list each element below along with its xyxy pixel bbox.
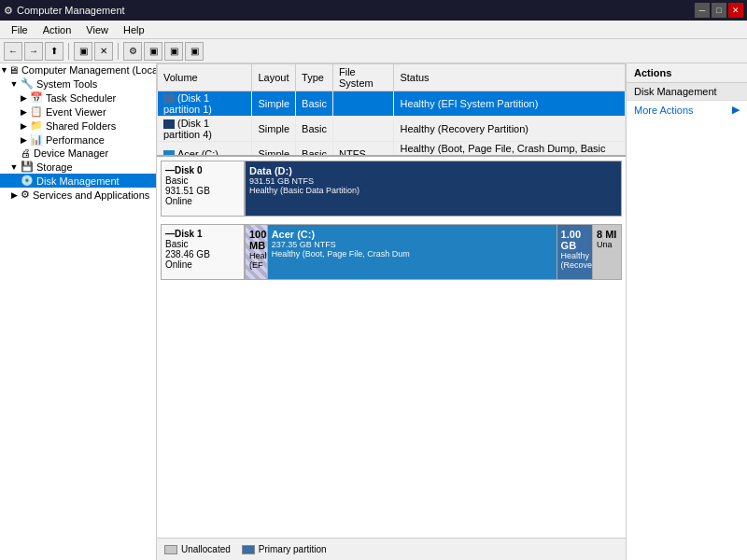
cell-status: Healthy (Boot, Page File, Crash Dump, Ba… [394, 142, 626, 157]
tree-perf-label: Performance [46, 134, 105, 146]
menu-file[interactable]: File [4, 23, 35, 36]
title-bar: ⚙ Computer Management ─ □ ✕ [0, 0, 747, 21]
disk-status: Online [165, 196, 240, 206]
disk-title: —Disk 1 [165, 229, 240, 239]
tree-expand-perf[interactable]: ▶ [17, 135, 30, 145]
tree-task-scheduler[interactable]: ▶ 📅 Task Scheduler [0, 91, 156, 105]
cell-type: Basic [296, 91, 333, 117]
toolbar: ← → ⬆ ▣ ✕ ⚙ ▣ ▣ ▣ [0, 39, 747, 63]
back-button[interactable]: ← [4, 42, 22, 61]
primary-box [242, 545, 255, 554]
cell-layout: Simple [252, 142, 296, 157]
menu-help[interactable]: Help [116, 23, 152, 36]
disk-partitions-disk1: 100 MB Healthy (EF Acer (C:) 237.35 GB N… [245, 224, 622, 280]
partition-detail1: Healthy (EF [249, 251, 263, 270]
table-row[interactable]: Acer (C:)SimpleBasicNTFSHealthy (Boot, P… [158, 142, 626, 157]
partition-name: Acer (C:) [272, 229, 553, 240]
tree-shared-folders[interactable]: ▶ 📁 Shared Folders [0, 119, 156, 133]
menu-action[interactable]: Action [35, 23, 79, 36]
menu-view[interactable]: View [78, 23, 116, 36]
partition-name: Data (D:) [249, 165, 617, 176]
disk-status: Online [165, 259, 240, 270]
toolbar-separator-2 [118, 43, 119, 60]
partition-disk1-3[interactable]: 8 MI Una [593, 225, 621, 279]
disk-title: —Disk 0 [165, 165, 240, 175]
tree-task-label: Task Scheduler [46, 92, 116, 104]
center-panel: Volume Layout Type File System Status (D… [157, 63, 626, 560]
tree-expand-systools[interactable]: ▼ [7, 79, 21, 89]
tree-event-label: Event Viewer [46, 106, 106, 118]
col-volume: Volume [158, 64, 252, 91]
actions-section-header[interactable]: Disk Management [627, 83, 747, 101]
volume-table-area: Volume Layout Type File System Status (D… [157, 63, 626, 157]
table-row[interactable]: (Disk 1 partition 1)SimpleBasicHealthy (… [158, 91, 626, 117]
disk-info-disk0: —Disk 0 Basic 931.51 GB Online [161, 161, 245, 217]
tree-performance[interactable]: ▶ 📊 Performance [0, 133, 156, 147]
computer-icon: 🖥 [8, 64, 19, 76]
partition-detail1: 237.35 GB NTFS [272, 240, 553, 249]
tree-services[interactable]: ▶ ⚙ Services and Applications [0, 188, 156, 202]
disk-type: Basic [165, 239, 240, 249]
volume-indicator [163, 94, 175, 104]
more-actions-label: More Actions [634, 105, 694, 116]
tree-expand-root[interactable]: ▼ [0, 65, 8, 75]
disk-type: Basic [165, 175, 240, 186]
tree-expand-services[interactable]: ▶ [7, 190, 21, 200]
performance-icon: 📊 [30, 133, 43, 146]
tree-shared-label: Shared Folders [46, 120, 116, 132]
tree-system-tools[interactable]: ▼ 🔧 System Tools [0, 77, 156, 91]
up-button[interactable]: ⬆ [45, 42, 63, 61]
toolbar-btn-4[interactable]: ▣ [144, 42, 162, 61]
tree-expand-event[interactable]: ▶ [17, 107, 30, 117]
partition-detail1: Healthy (Recovery [561, 251, 588, 270]
disk-mgmt-icon: 💿 [21, 175, 34, 187]
tree-root[interactable]: ▼ 🖥 Computer Management (Local) [0, 63, 156, 77]
tree-device-manager[interactable]: 🖨 Device Manager [0, 147, 156, 160]
tree-expand-storage[interactable]: ▼ [7, 162, 21, 172]
table-row[interactable]: (Disk 1 partition 4)SimpleBasicHealthy (… [158, 117, 626, 142]
tree-disk-management[interactable]: 💿 Disk Management [0, 174, 156, 188]
partition-disk1-0[interactable]: 100 MB Healthy (EF [246, 225, 268, 279]
partition-disk1-2[interactable]: 1.00 GB Healthy (Recovery [557, 225, 593, 279]
cell-type: Basic [296, 117, 333, 142]
delete-button[interactable]: ✕ [94, 42, 113, 61]
close-button[interactable]: ✕ [728, 3, 743, 18]
left-panel: ▼ 🖥 Computer Management (Local) ▼ 🔧 Syst… [0, 63, 157, 560]
toolbar-btn-5[interactable]: ▣ [164, 42, 183, 61]
disk-info-disk1: —Disk 1 Basic 238.46 GB Online [161, 224, 245, 280]
partition-name: 100 MB [249, 229, 263, 251]
tree-expand-task[interactable]: ▶ [17, 93, 30, 103]
partition-detail1: 931.51 GB NTFS [249, 176, 617, 186]
col-fs: File System [333, 64, 394, 91]
properties-button[interactable]: ▣ [74, 42, 92, 61]
forward-button[interactable]: → [24, 42, 43, 61]
volume-indicator [163, 119, 175, 129]
unallocated-label: Unallocated [181, 544, 231, 554]
cell-fs [333, 117, 394, 142]
tree-event-viewer[interactable]: ▶ 📋 Event Viewer [0, 105, 156, 119]
partition-disk0-0[interactable]: Data (D:) 931.51 GB NTFS Healthy (Basic … [246, 161, 621, 216]
cell-fs [333, 91, 394, 117]
tree-storage[interactable]: ▼ 💾 Storage [0, 160, 156, 174]
disk-block-disk1: —Disk 1 Basic 238.46 GB Online100 MB Hea… [161, 224, 622, 280]
title-bar-buttons: ─ □ ✕ [695, 3, 743, 18]
bottom-legend: Unallocated Primary partition [157, 538, 626, 560]
primary-label: Primary partition [259, 544, 327, 554]
partition-name: 8 MI [597, 229, 617, 240]
maximize-button[interactable]: □ [712, 3, 726, 18]
cell-volume: Acer (C:) [158, 142, 252, 157]
toolbar-btn-3[interactable]: ⚙ [123, 42, 142, 61]
more-actions-button[interactable]: More Actions ▶ [627, 101, 747, 119]
tree-device-label: Device Manager [34, 147, 108, 159]
toolbar-btn-6[interactable]: ▣ [185, 42, 204, 61]
minimize-button[interactable]: ─ [695, 3, 710, 18]
tree-services-label: Services and Applications [33, 189, 149, 201]
tree-storage-label: Storage [36, 161, 73, 173]
cell-type: Basic [296, 142, 333, 157]
legend-primary: Primary partition [242, 544, 327, 554]
tree-systools-label: System Tools [36, 78, 97, 90]
partition-disk1-1[interactable]: Acer (C:) 237.35 GB NTFS Healthy (Boot, … [268, 225, 557, 279]
tree-expand-shared[interactable]: ▶ [17, 121, 30, 131]
disk-size: 931.51 GB [165, 186, 240, 196]
tree-disk-mgmt-label: Disk Management [36, 175, 120, 187]
